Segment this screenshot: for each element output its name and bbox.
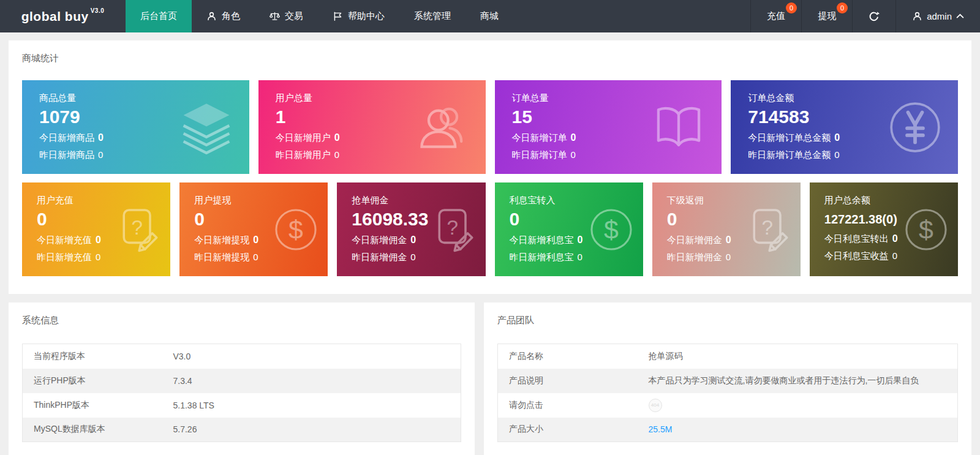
user-icon [912,11,922,21]
line-label: 今日新增用户 [276,132,331,143]
nav-item-trade[interactable]: 交易 [255,0,318,32]
nav-item-help-center[interactable]: 帮助中心 [318,0,399,32]
line-label: 昨日新增充值 [37,252,92,262]
stat-card-user-balance-total: 用户总余额 127221.38(0) 今日利息宝转出0 今日利息宝收益0 $ [810,182,958,276]
refresh-icon [869,11,880,22]
dollar-circle-icon: $ [588,206,635,253]
chevron-up-icon [956,13,964,19]
nav-label: 后台首页 [140,10,177,22]
line-value: 0 [571,149,576,160]
line-label: 昨日新增商品 [39,149,94,160]
nav-label: 系统管理 [414,10,451,22]
line-value: 0 [98,149,103,160]
nav-item-dashboard[interactable]: 后台首页 [126,0,192,32]
line-label: 今日新增提现 [194,235,249,245]
row-label: 当前程序版本 [23,344,162,369]
svg-text:$: $ [919,215,933,244]
book-icon [650,99,707,156]
dollar-circle-icon: $ [903,206,949,253]
row-value: V3.0 [162,344,461,369]
nav-label: 帮助中心 [348,10,385,22]
line-label: 昨日新增佣金 [352,252,407,262]
table-row: 产品名称 抢单源码 [498,344,958,369]
withdraw-button[interactable]: 提现 0 [801,0,852,32]
line-value: 0 [578,235,583,245]
line-label: 今日新增佣金 [352,235,407,245]
main-content: 商城统计 商品总量 1079 今日新增商品0 昨日新增商品0 用户总量 1 今日… [0,32,980,455]
svg-text:?: ? [132,216,143,239]
line-value: 0 [834,149,839,160]
stat-card-goods-total: 商品总量 1079 今日新增商品0 昨日新增商品0 [22,80,249,174]
table-row: 当前程序版本 V3.0 [23,344,461,369]
card-line-yesterday: 昨日新增佣金0 [667,252,791,263]
stats-row-1: 商品总量 1079 今日新增商品0 昨日新增商品0 用户总量 1 今日新增用户0… [22,80,958,174]
top-header: global buy V3.0 后台首页 角色 交易 帮助中心 系统管理 [0,0,980,32]
card-title: 用户总余额 [824,195,948,206]
line-label: 今日新增充值 [37,235,92,245]
stat-card-order-amount-total: 订单总金额 714583 今日新增订单总金额0 昨日新增订单总金额0 [731,80,958,174]
nav-item-system-admin[interactable]: 系统管理 [399,0,466,32]
line-value: 0 [98,132,104,143]
header-right: 充值 0 提现 0 admin [750,0,980,32]
username: admin [927,11,952,21]
nav-item-mall[interactable]: 商城 [466,0,513,32]
doc-question-icon: ? [745,206,792,253]
svg-text:?: ? [761,216,773,239]
line-value: 0 [334,132,340,143]
dollar-circle-icon: $ [273,206,319,253]
nav-label: 角色 [222,10,240,22]
line-label: 今日新增订单总金额 [748,132,831,143]
line-value: 0 [410,235,416,245]
card-line-yesterday: 昨日新增佣金0 [352,252,475,263]
line-value: 0 [253,252,258,262]
recharge-label: 充值 [767,10,785,22]
table-row: 请勿点击 404 [498,393,958,418]
stat-card-user-recharge: 用户充值 0 今日新增充值0 昨日新增充值0 ? [22,182,170,276]
svg-text:$: $ [288,215,303,244]
system-info-table: 当前程序版本 V3.0 运行PHP版本 7.3.4 ThinkPHP版本 5.1… [22,344,461,442]
flag-icon [333,11,343,21]
product-size-link[interactable]: 25.5M [649,424,673,434]
app-logo[interactable]: global buy V3.0 [0,0,126,32]
system-info-title: 系统信息 [22,315,461,326]
line-value: 0 [892,250,897,261]
row-value: 5.7.26 [162,418,461,442]
line-label: 今日新增佣金 [667,235,722,245]
row-value: 7.3.4 [162,369,461,393]
layers-icon [178,99,235,156]
user-menu[interactable]: admin [895,0,980,32]
line-label: 昨日新增用户 [276,149,331,160]
user-icon [206,11,217,21]
card-title: 抢单佣金 [352,195,475,206]
line-value: 0 [96,235,101,245]
row-value: 5.1.38 LTS [162,393,461,418]
bottom-panels: 系统信息 当前程序版本 V3.0 运行PHP版本 7.3.4 ThinkPHP版… [9,303,971,455]
line-label: 今日新增利息宝 [510,235,574,245]
recharge-badge: 0 [786,2,797,13]
table-row: ThinkPHP版本 5.1.38 LTS [23,393,461,418]
line-value: 0 [726,235,731,245]
refresh-button[interactable] [852,0,895,32]
yen-circle-icon [887,99,943,156]
line-label: 今日新增订单 [512,132,567,143]
nav-item-roles[interactable]: 角色 [192,0,255,32]
recharge-button[interactable]: 充值 0 [750,0,801,32]
nav-label: 交易 [285,10,303,22]
line-label: 昨日新增提现 [194,252,249,262]
badge-404[interactable]: 404 [649,399,662,412]
stat-card-orders-total: 订单总量 15 今日新增订单0 昨日新增订单0 [495,80,722,174]
logo-text: global buy [21,9,89,24]
row-label: MySQL数据库版本 [23,418,162,442]
row-value: 抢单源码 [638,344,958,369]
row-label: 产品名称 [498,344,638,369]
doc-question-icon: ? [431,206,477,253]
line-value: 0 [571,132,576,143]
svg-text:?: ? [447,216,458,239]
line-value: 0 [334,149,339,160]
system-info-panel: 系统信息 当前程序版本 V3.0 运行PHP版本 7.3.4 ThinkPHP版… [9,303,475,455]
line-label: 今日利息宝收益 [824,250,889,261]
stat-card-grab-commission: 抢单佣金 16098.33 今日新增佣金0 昨日新增佣金0 ? [337,182,485,276]
card-title: 利息宝转入 [510,195,633,206]
row-value: 25.5M [638,418,958,442]
row-label: 请勿点击 [498,393,638,418]
